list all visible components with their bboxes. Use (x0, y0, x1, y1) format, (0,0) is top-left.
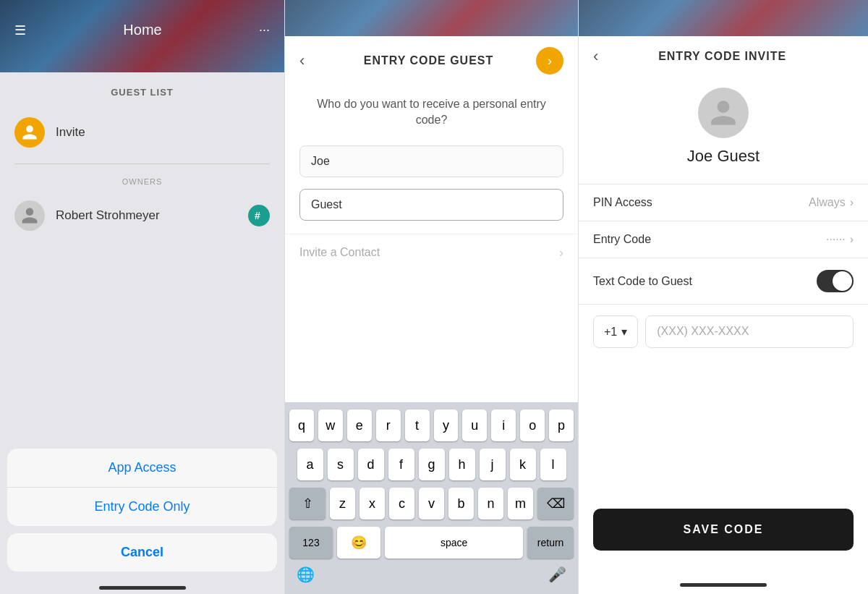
keyboard: q w e r t y u i o p a s d f g h j k l ⇧ … (285, 402, 578, 594)
app-access-button[interactable]: App Access (7, 449, 277, 488)
country-code-selector[interactable]: +1 ▾ (593, 315, 638, 348)
guest-person-icon (708, 98, 739, 128)
key-v[interactable]: v (419, 488, 444, 519)
action-group: App Access Entry Code Only (7, 449, 277, 526)
key-p[interactable]: p (549, 410, 574, 441)
svg-text:#: # (255, 210, 260, 221)
owner-name: Robert Strohmeyer (56, 208, 237, 223)
panel-guest-list: ☰ Home ··· GUEST LIST Invite OWNERS Robe… (0, 0, 284, 594)
entry-code-only-button[interactable]: Entry Code Only (7, 488, 277, 526)
shift-key[interactable]: ⇧ (289, 488, 326, 519)
panel-entry-code-guest: ‹ ENTRY CODE GUEST › Who do you want to … (284, 0, 579, 594)
settings-rows: PIN Access Always › Entry Code ······ › … (579, 184, 868, 305)
panel3-title: ENTRY CODE INVITE (613, 50, 832, 63)
backspace-key[interactable]: ⌫ (537, 488, 574, 519)
owner-row[interactable]: Robert Strohmeyer # (0, 192, 284, 239)
more-options-icon[interactable]: ··· (259, 22, 270, 38)
key-o[interactable]: o (520, 410, 545, 441)
key-x[interactable]: x (359, 488, 385, 519)
pin-access-right: Always › (809, 196, 854, 209)
key-t[interactable]: t (405, 410, 430, 441)
key-n[interactable]: n (478, 488, 503, 519)
phone-number-input[interactable]: (XXX) XXX-XXXX (645, 315, 854, 348)
pin-access-chevron-icon: › (850, 196, 854, 209)
pin-access-label: PIN Access (593, 196, 652, 209)
owner-avatar (14, 200, 45, 231)
key-y[interactable]: y (434, 410, 459, 441)
key-k[interactable]: k (510, 449, 536, 480)
panel3-header-image (579, 0, 868, 36)
panel1-title: Home (123, 22, 161, 38)
key-w[interactable]: w (318, 410, 343, 441)
keyboard-row-1: q w e r t y u i o p (289, 410, 574, 441)
key-j[interactable]: j (480, 449, 506, 480)
owners-label: OWNERS (0, 171, 284, 192)
divider (14, 164, 270, 164)
guest-avatar (698, 88, 749, 138)
action-sheet: App Access Entry Code Only Cancel (0, 441, 284, 594)
keyboard-bottom-icons: 🌐 🎤 (289, 566, 574, 590)
key-h[interactable]: h (449, 449, 475, 480)
panel3-home-indicator (579, 583, 868, 587)
hamburger-icon[interactable]: ☰ (14, 22, 26, 38)
key-s[interactable]: s (328, 449, 354, 480)
owner-person-icon (20, 206, 39, 225)
first-name-field[interactable]: Joe (299, 145, 563, 177)
guest-avatar-section: Joe Guest (579, 73, 868, 184)
keyboard-row-2: a s d f g h j k l (289, 449, 574, 480)
country-code-dropdown-icon: ▾ (621, 325, 627, 339)
hashtag-icon: # (253, 210, 265, 221)
panel3-back-button[interactable]: ‹ (593, 47, 598, 66)
entry-code-chevron-icon: › (850, 233, 854, 246)
text-code-label: Text Code to Guest (593, 275, 692, 288)
save-btn-container: SAVE CODE (593, 509, 854, 551)
invite-person-icon (21, 124, 38, 141)
microphone-icon[interactable]: 🎤 (548, 566, 566, 583)
invite-avatar (14, 117, 45, 148)
key-r[interactable]: r (376, 410, 401, 441)
key-u[interactable]: u (462, 410, 487, 441)
invite-contact-row[interactable]: Invite a Contact › (285, 234, 578, 271)
next-button[interactable]: › (536, 47, 563, 75)
entry-code-row[interactable]: Entry Code ······ › (579, 221, 868, 258)
pin-access-value: Always (809, 196, 846, 209)
key-f[interactable]: f (388, 449, 414, 480)
panel-entry-code-invite: ‹ ENTRY CODE INVITE Joe Guest PIN Access… (579, 0, 868, 594)
owner-badge: # (248, 205, 270, 226)
numbers-key[interactable]: 123 (289, 527, 333, 559)
pin-access-row[interactable]: PIN Access Always › (579, 184, 868, 221)
key-g[interactable]: g (419, 449, 445, 480)
key-l[interactable]: l (540, 449, 566, 480)
return-key[interactable]: return (527, 527, 574, 559)
save-code-button[interactable]: SAVE CODE (593, 509, 854, 551)
entry-code-right: ······ › (826, 233, 854, 246)
space-key[interactable]: space (385, 527, 523, 559)
entry-code-label: Entry Code (593, 233, 651, 246)
key-e[interactable]: e (347, 410, 372, 441)
invite-contact-label: Invite a Contact (299, 246, 380, 259)
text-code-toggle[interactable] (817, 270, 854, 292)
last-name-field[interactable]: Guest (299, 189, 563, 221)
globe-icon[interactable]: 🌐 (297, 566, 315, 583)
key-b[interactable]: b (448, 488, 474, 519)
cancel-button[interactable]: Cancel (7, 533, 277, 572)
panel2-nav: ‹ ENTRY CODE GUEST › (285, 36, 578, 82)
emoji-key[interactable]: 😊 (337, 527, 380, 559)
key-d[interactable]: d (358, 449, 384, 480)
toggle-thumb (833, 271, 852, 291)
key-a[interactable]: a (297, 449, 323, 480)
key-c[interactable]: c (389, 488, 414, 519)
contact-chevron-icon: › (559, 245, 563, 260)
guest-name: Joe Guest (687, 147, 760, 166)
key-z[interactable]: z (330, 488, 355, 519)
key-m[interactable]: m (508, 488, 533, 519)
country-code-value: +1 (604, 326, 617, 339)
invite-row[interactable]: Invite (0, 109, 284, 156)
panel1-header: ☰ Home ··· (0, 0, 284, 72)
key-q[interactable]: q (289, 410, 314, 441)
home-indicator-bar (680, 583, 767, 587)
phone-input-row: +1 ▾ (XXX) XXX-XXXX (593, 315, 854, 348)
back-button[interactable]: ‹ (299, 51, 321, 70)
key-i[interactable]: i (491, 410, 516, 441)
home-indicator (99, 586, 186, 590)
